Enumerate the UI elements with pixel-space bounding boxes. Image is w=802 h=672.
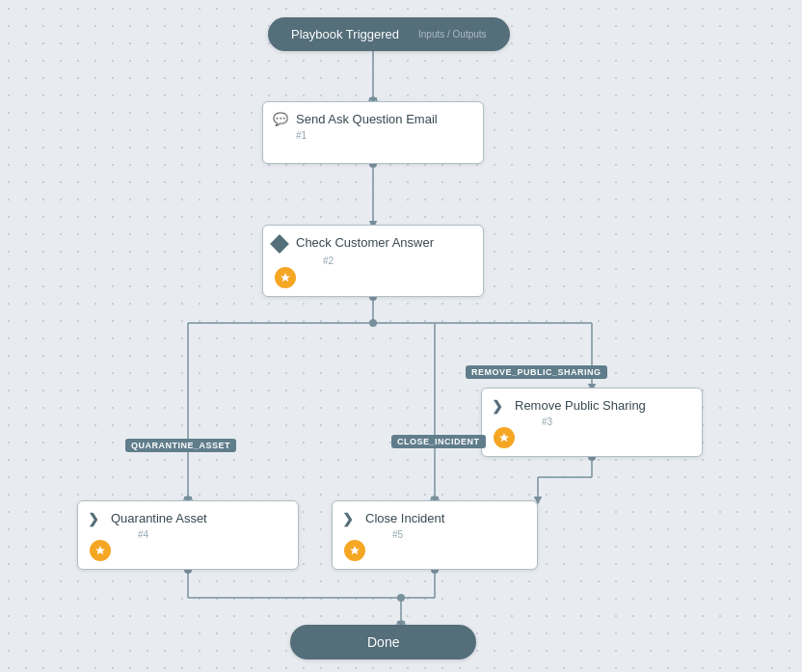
close-incident-edge-label: CLOSE_INCIDENT — [391, 435, 486, 448]
check-answer-number: #2 — [263, 254, 483, 274]
close-incident-title: ❯ Close Incident — [333, 501, 537, 529]
done-label: Done — [367, 634, 399, 650]
svg-point-17 — [369, 319, 377, 327]
check-answer-node[interactable]: Check Customer Answer #2 — [262, 225, 484, 297]
close-incident-badge — [344, 540, 365, 561]
send-email-node[interactable]: 💬 Send Ask Question Email #1 — [262, 101, 484, 164]
trigger-node[interactable]: Playbook Triggered Inputs / Outputs — [268, 17, 510, 51]
remove-sharing-title: ❯ Remove Public Sharing — [482, 389, 702, 417]
check-answer-badge — [275, 267, 296, 288]
diamond-icon — [273, 237, 288, 253]
chat-icon: 💬 — [273, 112, 288, 127]
close-incident-number: #5 — [333, 529, 537, 548]
inputs-outputs-label: Inputs / Outputs — [418, 29, 487, 40]
quarantine-asset-node[interactable]: ❯ Quarantine Asset #4 — [77, 500, 299, 570]
quarantine-badge — [90, 540, 111, 561]
remove-sharing-number: #3 — [482, 417, 702, 435]
flow-canvas: Playbook Triggered Inputs / Outputs 💬 Se… — [0, 0, 802, 672]
done-node[interactable]: Done — [290, 625, 476, 659]
check-answer-title: Check Customer Answer — [263, 226, 483, 254]
quarantine-asset-title: ❯ Quarantine Asset — [78, 501, 298, 529]
svg-point-22 — [397, 594, 405, 602]
close-incident-icon: ❯ — [342, 511, 358, 526]
close-incident-node[interactable]: ❯ Close Incident #5 — [332, 500, 538, 570]
trigger-label: Playbook Triggered — [291, 27, 399, 41]
remove-sharing-icon: ❯ — [492, 398, 507, 414]
quarantine-icon: ❯ — [88, 511, 103, 526]
quarantine-number: #4 — [78, 529, 298, 548]
remove-sharing-edge-label: REMOVE_PUBLIC_SHARING — [466, 365, 607, 379]
remove-sharing-node[interactable]: ❯ Remove Public Sharing #3 — [481, 388, 703, 457]
remove-sharing-badge — [494, 427, 515, 448]
send-email-title: 💬 Send Ask Question Email — [263, 102, 483, 130]
quarantine-edge-label: QUARANTINE_ASSET — [125, 439, 236, 452]
send-email-number: #1 — [263, 130, 483, 148]
